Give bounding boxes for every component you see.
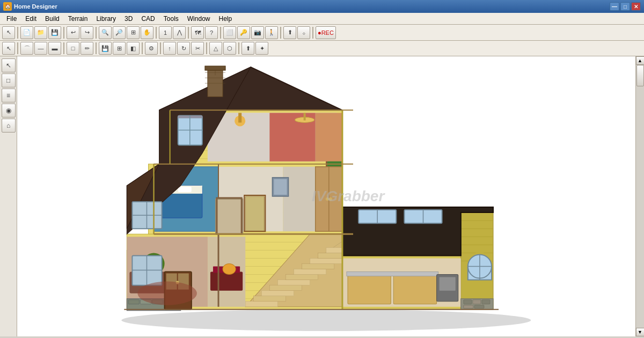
menu-terrain[interactable]: Terrain bbox=[64, 14, 92, 24]
toolbar-draw: ↖ ⌒ — ▬ □ ✏ 💾 ⊞ ◧ ⚙ ↑ ↻ ✂ △ ⬡ ⬆ ✦ bbox=[0, 41, 644, 56]
one-btn[interactable]: 1 bbox=[159, 26, 172, 39]
pan-btn[interactable]: ✋ bbox=[141, 26, 153, 39]
key-btn[interactable]: 🔑 bbox=[237, 26, 250, 39]
close-button[interactable]: ✕ bbox=[631, 2, 641, 11]
redo-btn[interactable]: ↪ bbox=[80, 26, 93, 39]
scroll-up-btn[interactable]: ▲ bbox=[636, 56, 645, 65]
svg-point-139 bbox=[329, 197, 332, 201]
menu-library[interactable]: Library bbox=[92, 14, 120, 24]
draw-select-btn[interactable]: ↖ bbox=[2, 42, 15, 55]
pencil-btn[interactable]: ✏ bbox=[80, 42, 93, 55]
settings-btn[interactable]: ⚙ bbox=[145, 42, 158, 55]
grid-btn[interactable]: ⊞ bbox=[113, 42, 126, 55]
toolbar-main: ↖ 📄 📁 💾 ↩ ↪ 🔍 🔎 ⊞ ✋ 1 ⋀ 🗺 ? ⬜ 🔑 📷 🚶 ⬆ ⬦ … bbox=[0, 25, 644, 41]
menu-edit[interactable]: Edit bbox=[21, 14, 41, 24]
sep8 bbox=[312, 27, 313, 39]
new-btn[interactable]: 📄 bbox=[20, 26, 33, 39]
wall-btn[interactable]: ▬ bbox=[48, 42, 61, 55]
panel-btn[interactable]: ◧ bbox=[127, 42, 140, 55]
svg-rect-54 bbox=[318, 253, 342, 258]
title-bar: 🏠 Home Designer — □ ✕ bbox=[0, 0, 644, 13]
select-tool-btn[interactable]: ↖ bbox=[2, 26, 15, 39]
left-object-btn[interactable]: ◉ bbox=[2, 104, 16, 117]
svg-rect-49 bbox=[278, 280, 310, 285]
sep2 bbox=[63, 27, 64, 39]
fit-btn[interactable]: ⊞ bbox=[127, 26, 140, 39]
menu-window[interactable]: Window bbox=[183, 14, 215, 24]
sep13 bbox=[160, 42, 161, 54]
window-controls[interactable]: — □ ✕ bbox=[610, 2, 641, 11]
svg-rect-103 bbox=[347, 272, 438, 276]
arc-btn[interactable]: ⌒ bbox=[20, 42, 33, 55]
svg-rect-116 bbox=[474, 305, 484, 308]
scroll-thumb[interactable] bbox=[636, 65, 644, 86]
zoom-out-btn[interactable]: 🔎 bbox=[113, 26, 126, 39]
canvas-area[interactable]: IVGrabber bbox=[17, 56, 635, 336]
scroll-down-btn[interactable]: ▼ bbox=[636, 328, 645, 336]
camera-btn[interactable]: 📷 bbox=[251, 26, 264, 39]
svg-rect-50 bbox=[286, 275, 318, 280]
svg-rect-80 bbox=[274, 179, 287, 195]
menu-build[interactable]: Build bbox=[41, 14, 64, 24]
sep15 bbox=[238, 42, 239, 54]
svg-point-0 bbox=[121, 310, 531, 331]
arrow-btn[interactable]: ⬆ bbox=[241, 42, 254, 55]
svg-rect-36 bbox=[245, 196, 264, 231]
line-btn[interactable]: — bbox=[34, 42, 47, 55]
menu-cad[interactable]: CAD bbox=[137, 14, 159, 24]
save-btn[interactable]: 💾 bbox=[48, 26, 61, 39]
menu-tools[interactable]: Tools bbox=[159, 14, 183, 24]
arrow-up-btn[interactable]: ⬆ bbox=[283, 26, 296, 39]
maximize-button[interactable]: □ bbox=[620, 2, 630, 11]
svg-rect-51 bbox=[294, 269, 326, 275]
house-svg bbox=[84, 62, 569, 331]
app-title: Home Designer bbox=[14, 3, 57, 10]
svg-rect-52 bbox=[302, 263, 334, 269]
svg-rect-34 bbox=[178, 187, 192, 192]
scroll-track[interactable] bbox=[636, 65, 645, 328]
sep4 bbox=[156, 27, 157, 39]
zoom-in-btn[interactable]: 🔍 bbox=[99, 26, 112, 39]
sep6 bbox=[220, 27, 221, 39]
svg-rect-143 bbox=[316, 113, 342, 161]
left-select-btn[interactable]: ↖ bbox=[2, 58, 16, 72]
rect-btn[interactable]: □ bbox=[67, 42, 79, 55]
rotate-btn[interactable]: ↻ bbox=[177, 42, 190, 55]
walk-btn[interactable]: 🚶 bbox=[265, 26, 278, 39]
up-btn[interactable]: ⋀ bbox=[173, 26, 186, 39]
floorplan-btn[interactable]: ⬜ bbox=[223, 26, 236, 39]
sep9 bbox=[17, 42, 18, 54]
svg-rect-118 bbox=[129, 300, 140, 304]
help-btn[interactable]: ? bbox=[205, 26, 218, 39]
svg-point-153 bbox=[138, 282, 197, 305]
svg-rect-112 bbox=[464, 300, 472, 304]
svg-rect-53 bbox=[310, 258, 342, 263]
undo-btn[interactable]: ↩ bbox=[67, 26, 79, 39]
sep11 bbox=[96, 42, 97, 54]
cut-btn[interactable]: ✂ bbox=[191, 42, 204, 55]
left-tool-panel: ↖ □ ≡ ◉ ⌂ bbox=[0, 56, 17, 336]
terrain2-btn[interactable]: ⬡ bbox=[223, 42, 236, 55]
move-btn[interactable]: ↑ bbox=[163, 42, 176, 55]
spark-btn[interactable]: ✦ bbox=[255, 42, 268, 55]
app-icon: 🏠 bbox=[3, 2, 12, 11]
open-btn[interactable]: 📁 bbox=[34, 26, 47, 39]
menu-file[interactable]: File bbox=[2, 14, 21, 24]
svg-rect-46 bbox=[253, 296, 286, 302]
diamond-btn[interactable]: ⬦ bbox=[297, 26, 310, 39]
save2-btn[interactable]: 💾 bbox=[99, 42, 112, 55]
left-room-btn[interactable]: ≡ bbox=[2, 89, 16, 102]
minimize-button[interactable]: — bbox=[610, 2, 619, 11]
record-btn[interactable]: ●REC bbox=[316, 26, 336, 39]
menu-3d[interactable]: 3D bbox=[120, 14, 137, 24]
sep5 bbox=[188, 27, 189, 39]
menu-help[interactable]: Help bbox=[214, 14, 236, 24]
left-wall-btn[interactable]: □ bbox=[2, 74, 16, 87]
right-scrollbar[interactable]: ▲ ▼ bbox=[635, 56, 644, 336]
left-roof-btn[interactable]: ⌂ bbox=[2, 119, 16, 133]
map-btn[interactable]: 🗺 bbox=[191, 26, 204, 39]
terrain-btn[interactable]: △ bbox=[209, 42, 222, 55]
svg-point-138 bbox=[326, 197, 329, 201]
sep3 bbox=[96, 27, 97, 39]
svg-rect-140 bbox=[216, 199, 243, 234]
